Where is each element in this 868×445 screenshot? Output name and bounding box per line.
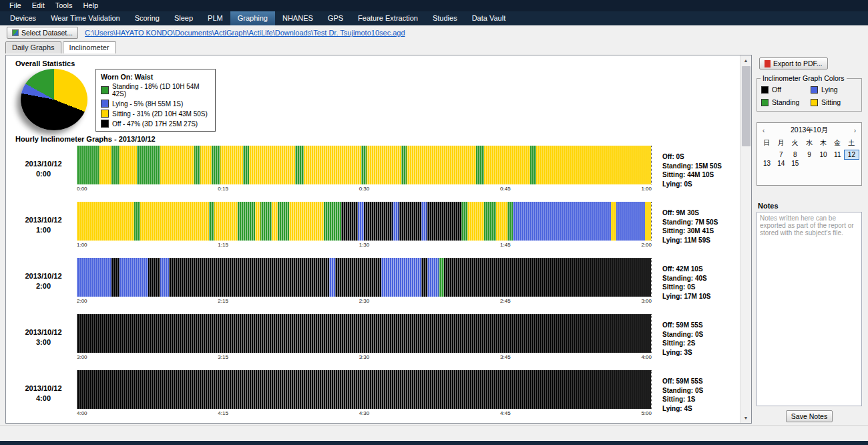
calendar-prev-arrow[interactable]: ‹ <box>763 127 765 134</box>
calendar-next-arrow[interactable]: › <box>854 127 856 134</box>
calendar-week-row: 131415 <box>760 159 859 168</box>
module-tab-wear-time-validation[interactable]: Wear Time Validation <box>43 11 128 25</box>
calendar-date-14[interactable]: 14 <box>774 159 788 168</box>
x-tick: 1:00 <box>77 242 87 248</box>
x-tick: 4:00 <box>77 410 87 416</box>
stat-line: Standing: 0S <box>662 386 740 396</box>
standing-segment <box>260 202 272 241</box>
calendar-date-9[interactable]: 9 <box>802 150 816 159</box>
calendar-date-12[interactable]: 12 <box>845 150 859 159</box>
calendar-header: ‹ 2013年10月 › <box>760 125 859 138</box>
tab-daily-graphs[interactable]: Daily Graphs <box>5 41 61 53</box>
row-stats: Off: 59M 55SStanding: 0SSitting: 2SLying… <box>652 313 740 369</box>
color-item-label: Standing <box>772 98 799 106</box>
tab-inclinometer[interactable]: Inclinometer <box>63 41 116 53</box>
module-tab-studies[interactable]: Studies <box>425 11 465 25</box>
dataset-path-link[interactable]: C:\Users\HAYATO KONDO\Documents\ActiGrap… <box>85 29 405 37</box>
inclinometer-panel: Overall Statistics Worn On: Waist Standi… <box>5 55 752 424</box>
legend-item-off: Off - 47% (3D 17H 25M 27S) <box>101 120 210 128</box>
calendar-empty-cell <box>845 159 859 168</box>
menu-tools[interactable]: Tools <box>50 0 78 11</box>
off-segment <box>169 258 330 297</box>
lying-segment <box>616 202 645 241</box>
sitting-segment <box>200 146 212 184</box>
calendar-date-11[interactable]: 11 <box>831 150 845 159</box>
stat-line: Off: 9M 30S <box>662 208 740 218</box>
module-tab-plm[interactable]: PLM <box>200 11 230 25</box>
lying-segment <box>77 258 112 297</box>
legend-item-sitting: Sitting - 31% (2D 10H 43M 50S) <box>101 110 210 118</box>
standing-segment <box>137 146 160 184</box>
notes-textarea[interactable] <box>756 212 862 406</box>
pie-chart <box>21 69 87 130</box>
menu-file[interactable]: File <box>4 0 27 11</box>
color-item-lying: Lying <box>811 86 857 94</box>
stat-line: Standing: 0S <box>662 330 740 339</box>
stat-line: Off: 0S <box>662 152 740 162</box>
row-time-label: 2013/10/121:00 <box>10 200 77 257</box>
calendar-date-10[interactable]: 10 <box>817 150 831 159</box>
x-tick: 3:30 <box>359 354 370 360</box>
standing-segment <box>324 202 341 241</box>
module-tab-nhanes[interactable]: NHANES <box>275 11 320 25</box>
sitting-segment <box>99 146 111 184</box>
scroll-thumb[interactable] <box>742 66 750 146</box>
standing-swatch <box>101 86 109 94</box>
save-notes-button[interactable]: Save Notes <box>786 410 833 422</box>
calendar-empty-cell <box>831 159 845 168</box>
x-tick: 2:15 <box>218 298 228 304</box>
sitting-segment <box>160 146 195 184</box>
export-pdf-button[interactable]: Export to PDF... <box>759 57 828 69</box>
sitting-segment <box>220 146 243 184</box>
lying-segment <box>160 258 169 297</box>
pie-legend-items: Standing - 18% (1D 10H 54M 42S)Lying - 5… <box>101 83 210 128</box>
standing-segment <box>401 146 407 184</box>
sitting-segment <box>255 202 261 241</box>
off-segment <box>399 202 421 241</box>
module-tab-scoring[interactable]: Scoring <box>128 11 167 25</box>
module-tab-data-vault[interactable]: Data Vault <box>465 11 513 25</box>
hourly-row-2-00: 2013/10/122:002:002:152:302:453:00Off: 4… <box>10 257 740 313</box>
sitting-segment <box>120 146 137 184</box>
color-item-label: Sitting <box>821 98 841 106</box>
menu-edit[interactable]: Edit <box>27 0 50 11</box>
calendar-date-15[interactable]: 15 <box>788 159 802 168</box>
sitting-segment <box>407 146 475 184</box>
menu-help[interactable]: Help <box>77 0 103 11</box>
module-tab-feature-extraction[interactable]: Feature Extraction <box>351 11 425 25</box>
off-segment <box>421 258 427 297</box>
pie-legend: Worn On: Waist Standing - 18% (1D 10H 54… <box>95 69 216 132</box>
row-date: 2013/10/12 <box>10 159 77 169</box>
calendar-date-8[interactable]: 8 <box>788 150 802 159</box>
status-bar <box>0 425 868 441</box>
inclinometer-bars <box>77 314 652 353</box>
calendar-date-7[interactable]: 7 <box>774 150 788 159</box>
calendar-date-13[interactable]: 13 <box>760 159 774 168</box>
row-time-label: 2013/10/124:00 <box>10 369 77 423</box>
off-segment <box>112 258 120 297</box>
standing-segment <box>439 258 445 297</box>
sitting-segment <box>304 146 361 184</box>
stat-line: Lying: 11M 59S <box>662 236 740 245</box>
off-segment <box>335 258 381 297</box>
pdf-icon <box>765 60 771 67</box>
x-tick: 3:00 <box>641 298 652 304</box>
lying-segment <box>381 258 421 297</box>
calendar-day-header: 土 <box>845 138 859 150</box>
scroll-up-arrow[interactable]: ▲ <box>740 55 751 65</box>
row-time-label: 2013/10/120:00 <box>10 144 77 200</box>
vertical-scrollbar[interactable]: ▲ ▼ <box>740 55 751 423</box>
select-dataset-button[interactable]: Select Dataset... <box>7 27 78 39</box>
scroll-down-arrow[interactable]: ▼ <box>740 413 751 423</box>
graphs-area: Overall Statistics Worn On: Waist Standi… <box>6 55 740 423</box>
x-tick: 4:00 <box>641 354 652 360</box>
sitting-color-swatch <box>811 99 818 106</box>
module-tab-devices[interactable]: Devices <box>3 11 43 25</box>
module-tab-graphing[interactable]: Graphing <box>230 11 275 25</box>
standing-segment <box>212 146 220 184</box>
stat-line: Sitting: 30M 41S <box>662 227 740 236</box>
calendar-day-header: 月 <box>774 138 788 150</box>
legend-title: Worn On: Waist <box>101 73 210 81</box>
module-tab-sleep[interactable]: Sleep <box>167 11 200 25</box>
module-tab-gps[interactable]: GPS <box>320 11 351 25</box>
